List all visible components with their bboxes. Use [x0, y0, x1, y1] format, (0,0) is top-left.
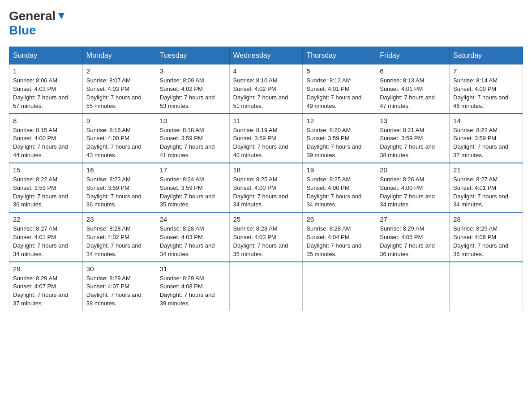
- day-info: Sunrise: 8:28 AMSunset: 4:03 PMDaylight:…: [233, 225, 299, 258]
- day-info: Sunrise: 8:13 AMSunset: 4:01 PMDaylight:…: [380, 77, 446, 110]
- day-info: Sunrise: 8:12 AMSunset: 4:01 PMDaylight:…: [306, 77, 372, 110]
- day-info: Sunrise: 8:19 AMSunset: 3:59 PMDaylight:…: [233, 126, 299, 160]
- day-number: 25: [233, 215, 299, 223]
- day-info: Sunrise: 8:18 AMSunset: 3:59 PMDaylight:…: [160, 126, 226, 160]
- calendar-header-sunday: Sunday: [9, 47, 83, 64]
- svg-marker-0: [58, 13, 64, 19]
- day-info: Sunrise: 8:29 AMSunset: 4:08 PMDaylight:…: [160, 274, 226, 308]
- calendar-cell: 8Sunrise: 8:15 AMSunset: 4:00 PMDaylight…: [9, 114, 83, 163]
- calendar-cell: 5Sunrise: 8:12 AMSunset: 4:01 PMDaylight…: [303, 64, 376, 114]
- day-number: 20: [380, 166, 446, 174]
- calendar-cell: 25Sunrise: 8:28 AMSunset: 4:03 PMDayligh…: [229, 212, 303, 261]
- day-number: 5: [306, 67, 372, 75]
- calendar-cell: 10Sunrise: 8:18 AMSunset: 3:59 PMDayligh…: [156, 114, 229, 163]
- day-number: 2: [86, 67, 152, 75]
- calendar-cell: 20Sunrise: 8:26 AMSunset: 4:00 PMDayligh…: [376, 163, 450, 212]
- day-number: 13: [380, 117, 446, 124]
- calendar-cell: 28Sunrise: 8:29 AMSunset: 4:06 PMDayligh…: [450, 212, 523, 261]
- calendar-cell: 31Sunrise: 8:29 AMSunset: 4:08 PMDayligh…: [156, 262, 229, 311]
- day-info: Sunrise: 8:28 AMSunset: 4:04 PMDaylight:…: [306, 225, 372, 258]
- day-info: Sunrise: 8:14 AMSunset: 4:00 PMDaylight:…: [453, 77, 519, 110]
- day-info: Sunrise: 8:24 AMSunset: 3:59 PMDaylight:…: [160, 176, 226, 209]
- day-number: 21: [453, 166, 519, 174]
- calendar-cell: 19Sunrise: 8:25 AMSunset: 4:00 PMDayligh…: [303, 163, 376, 212]
- calendar-cell: 3Sunrise: 8:09 AMSunset: 4:02 PMDaylight…: [156, 64, 229, 114]
- calendar-week-row: 22Sunrise: 8:27 AMSunset: 4:01 PMDayligh…: [9, 212, 523, 261]
- calendar-header-row: SundayMondayTuesdayWednesdayThursdayFrid…: [9, 47, 523, 64]
- logo-blue-text: Blue: [9, 23, 36, 37]
- day-number: 18: [233, 166, 299, 174]
- calendar-cell: 21Sunrise: 8:27 AMSunset: 4:01 PMDayligh…: [450, 163, 523, 212]
- calendar-cell: 22Sunrise: 8:27 AMSunset: 4:01 PMDayligh…: [9, 212, 83, 261]
- day-number: 9: [86, 117, 152, 124]
- calendar-header-tuesday: Tuesday: [156, 47, 229, 64]
- calendar-header-thursday: Thursday: [303, 47, 376, 64]
- page-header: General Blue: [9, 9, 523, 38]
- day-info: Sunrise: 8:29 AMSunset: 4:07 PMDaylight:…: [13, 274, 79, 308]
- logo: General Blue: [9, 9, 65, 38]
- day-number: 7: [453, 67, 519, 75]
- day-number: 6: [380, 67, 446, 75]
- calendar-cell: 9Sunrise: 8:16 AMSunset: 4:00 PMDaylight…: [82, 114, 156, 163]
- day-info: Sunrise: 8:06 AMSunset: 4:03 PMDaylight:…: [13, 77, 79, 110]
- day-number: 10: [160, 117, 226, 124]
- calendar-cell: 16Sunrise: 8:23 AMSunset: 3:59 PMDayligh…: [82, 163, 156, 212]
- day-number: 30: [86, 265, 152, 273]
- calendar-header-wednesday: Wednesday: [229, 47, 303, 64]
- day-info: Sunrise: 8:15 AMSunset: 4:00 PMDaylight:…: [13, 126, 79, 160]
- calendar-cell: 7Sunrise: 8:14 AMSunset: 4:00 PMDaylight…: [450, 64, 523, 114]
- calendar-cell: [450, 262, 523, 311]
- day-info: Sunrise: 8:27 AMSunset: 4:01 PMDaylight:…: [453, 176, 519, 209]
- day-number: 1: [13, 67, 79, 75]
- calendar-cell: 27Sunrise: 8:29 AMSunset: 4:05 PMDayligh…: [376, 212, 450, 261]
- day-number: 8: [13, 117, 79, 124]
- calendar-header-friday: Friday: [376, 47, 450, 64]
- day-number: 11: [233, 117, 299, 124]
- day-info: Sunrise: 8:20 AMSunset: 3:59 PMDaylight:…: [306, 126, 372, 160]
- day-info: Sunrise: 8:21 AMSunset: 3:59 PMDaylight:…: [380, 126, 446, 160]
- day-info: Sunrise: 8:27 AMSunset: 4:01 PMDaylight:…: [13, 225, 79, 258]
- calendar-cell: [376, 262, 450, 311]
- calendar-cell: 24Sunrise: 8:28 AMSunset: 4:03 PMDayligh…: [156, 212, 229, 261]
- day-info: Sunrise: 8:25 AMSunset: 4:00 PMDaylight:…: [233, 176, 299, 209]
- calendar-week-row: 15Sunrise: 8:22 AMSunset: 3:59 PMDayligh…: [9, 163, 523, 212]
- day-info: Sunrise: 8:29 AMSunset: 4:05 PMDaylight:…: [380, 225, 446, 258]
- day-number: 31: [160, 265, 226, 273]
- calendar-cell: 11Sunrise: 8:19 AMSunset: 3:59 PMDayligh…: [229, 114, 303, 163]
- logo-arrow-icon: [57, 12, 65, 22]
- calendar-cell: 29Sunrise: 8:29 AMSunset: 4:07 PMDayligh…: [9, 262, 83, 311]
- calendar-cell: 17Sunrise: 8:24 AMSunset: 3:59 PMDayligh…: [156, 163, 229, 212]
- calendar-cell: 6Sunrise: 8:13 AMSunset: 4:01 PMDaylight…: [376, 64, 450, 114]
- day-info: Sunrise: 8:10 AMSunset: 4:02 PMDaylight:…: [233, 77, 299, 110]
- day-info: Sunrise: 8:07 AMSunset: 4:03 PMDaylight:…: [86, 77, 152, 110]
- day-info: Sunrise: 8:29 AMSunset: 4:06 PMDaylight:…: [453, 225, 519, 258]
- calendar-cell: 30Sunrise: 8:29 AMSunset: 4:07 PMDayligh…: [82, 262, 156, 311]
- day-number: 24: [160, 215, 226, 223]
- calendar-cell: [303, 262, 376, 311]
- day-info: Sunrise: 8:29 AMSunset: 4:07 PMDaylight:…: [86, 274, 152, 308]
- day-info: Sunrise: 8:09 AMSunset: 4:02 PMDaylight:…: [160, 77, 226, 110]
- day-info: Sunrise: 8:22 AMSunset: 3:59 PMDaylight:…: [13, 176, 79, 209]
- calendar-cell: 13Sunrise: 8:21 AMSunset: 3:59 PMDayligh…: [376, 114, 450, 163]
- day-number: 28: [453, 215, 519, 223]
- day-info: Sunrise: 8:26 AMSunset: 4:00 PMDaylight:…: [380, 176, 446, 209]
- day-number: 27: [380, 215, 446, 223]
- calendar-cell: 23Sunrise: 8:28 AMSunset: 4:02 PMDayligh…: [82, 212, 156, 261]
- calendar-cell: 4Sunrise: 8:10 AMSunset: 4:02 PMDaylight…: [229, 64, 303, 114]
- calendar-header-saturday: Saturday: [450, 47, 523, 64]
- calendar-cell: 14Sunrise: 8:22 AMSunset: 3:59 PMDayligh…: [450, 114, 523, 163]
- day-number: 17: [160, 166, 226, 174]
- calendar-cell: 1Sunrise: 8:06 AMSunset: 4:03 PMDaylight…: [9, 64, 83, 114]
- day-number: 12: [306, 117, 372, 124]
- day-info: Sunrise: 8:28 AMSunset: 4:02 PMDaylight:…: [86, 225, 152, 258]
- calendar-cell: 18Sunrise: 8:25 AMSunset: 4:00 PMDayligh…: [229, 163, 303, 212]
- day-number: 15: [13, 166, 79, 174]
- calendar-week-row: 1Sunrise: 8:06 AMSunset: 4:03 PMDaylight…: [9, 64, 523, 114]
- calendar-cell: 12Sunrise: 8:20 AMSunset: 3:59 PMDayligh…: [303, 114, 376, 163]
- calendar-header-monday: Monday: [82, 47, 156, 64]
- day-info: Sunrise: 8:25 AMSunset: 4:00 PMDaylight:…: [306, 176, 372, 209]
- day-number: 14: [453, 117, 519, 124]
- calendar-cell: 15Sunrise: 8:22 AMSunset: 3:59 PMDayligh…: [9, 163, 83, 212]
- day-number: 23: [86, 215, 152, 223]
- day-number: 4: [233, 67, 299, 75]
